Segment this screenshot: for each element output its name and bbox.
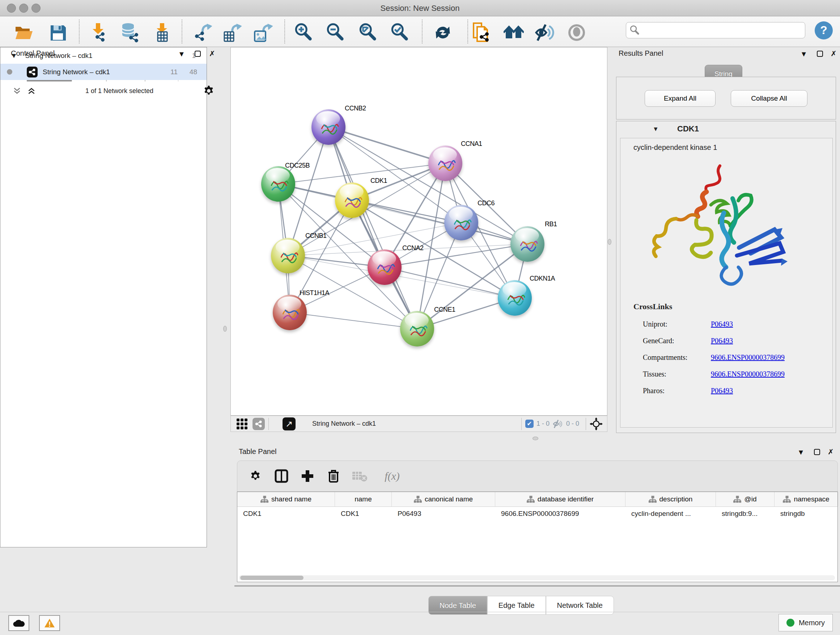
table-panel-close-icon[interactable]: ✗ — [828, 448, 834, 456]
column-header-database-identifier[interactable]: database identifier — [495, 492, 625, 507]
crosslink-link[interactable]: P06493 — [711, 337, 733, 345]
cloud-button[interactable] — [8, 615, 29, 631]
search-input[interactable] — [640, 27, 796, 35]
table-settings-gear-icon[interactable] — [248, 468, 264, 484]
network-tree-root-row[interactable]: ▼ String Network – cdk1 1 — [0, 48, 207, 64]
node-cdkn1a[interactable] — [498, 280, 532, 316]
entry-expander-icon[interactable]: ▼ — [653, 126, 659, 133]
hidden-count: 0 - 0 — [566, 420, 579, 428]
column-header--id[interactable]: @id — [716, 492, 775, 507]
import-network-database-button[interactable] — [119, 22, 140, 43]
crosslink-link[interactable]: P06493 — [711, 320, 733, 328]
network-options-gear-icon[interactable] — [202, 85, 215, 97]
node-ccna1[interactable] — [428, 146, 462, 181]
network-canvas[interactable]: CCNB2CCNA1CDC25BCDK1CDC6RB1CCNB1CCNA2CDK… — [231, 47, 607, 416]
crosslink-link[interactable]: P06493 — [711, 386, 733, 395]
edge[interactable] — [328, 127, 445, 163]
birds-eye-view-button[interactable]: ↗ — [283, 417, 295, 431]
node-cdc25b[interactable] — [261, 166, 295, 202]
collapse-all-button[interactable]: Collapse All — [731, 90, 807, 107]
column-header-canonical-name[interactable]: canonical name — [392, 492, 495, 507]
zoom-in-button[interactable] — [294, 22, 314, 43]
table-panel-float-icon[interactable] — [814, 449, 820, 456]
node-label-ccna2: CCNA2 — [402, 244, 424, 252]
node-hist1h1a[interactable] — [273, 295, 307, 330]
table-cell[interactable]: P06493 — [392, 507, 495, 521]
toolbar-search[interactable] — [626, 22, 805, 38]
table-row[interactable]: CDK1CDK1P064939606.ENSP00000378699cyclin… — [237, 507, 837, 521]
table-cell[interactable]: 9606.ENSP00000378699 — [495, 507, 625, 521]
control-panel-close-icon[interactable]: ✗ — [209, 49, 215, 58]
entry-gene-name: CDK1 — [677, 124, 699, 134]
main-toolbar: ? — [0, 17, 840, 47]
table-cell[interactable]: stringdb:9... — [716, 507, 775, 521]
help-button[interactable]: ? — [815, 21, 833, 40]
crosslink-link[interactable]: 9606.ENSP00000378699 — [711, 370, 785, 378]
export-table-button[interactable] — [222, 22, 242, 43]
node-cdk1[interactable] — [335, 182, 369, 218]
entry-description: cyclin-dependent kinase 1 — [633, 143, 717, 152]
save-session-button[interactable] — [48, 22, 68, 43]
memory-button[interactable]: Memory — [778, 614, 833, 631]
edge-count: 48 — [189, 68, 197, 76]
import-table-button[interactable] — [152, 22, 172, 43]
status-bar: Memory — [0, 612, 840, 635]
crosslink-link[interactable]: 9606.ENSP00000378699 — [711, 353, 785, 362]
node-ccnb2[interactable] — [311, 109, 346, 145]
node-ccna2[interactable] — [368, 249, 401, 285]
tree-expander-icon[interactable]: ▼ — [11, 52, 17, 60]
table-cell[interactable]: cyclin-dependent ... — [625, 507, 716, 521]
results-panel-close-icon[interactable]: ✗ — [831, 49, 837, 58]
collapse-all-icon[interactable] — [12, 86, 22, 96]
hide-unhide-icon[interactable] — [535, 22, 555, 43]
left-splitter-handle[interactable] — [223, 326, 227, 332]
table-horizontal-scrollbar[interactable] — [239, 575, 835, 580]
node-ccne1[interactable] — [400, 311, 434, 347]
results-panel-collapse-icon[interactable]: ▼ — [800, 50, 807, 58]
create-column-plus-icon[interactable] — [300, 468, 316, 484]
right-splitter-handle[interactable] — [608, 239, 611, 245]
collection-count: 1 — [192, 52, 196, 60]
export-network-button[interactable] — [193, 22, 213, 43]
crosslink-row: Tissues:9606.ENSP00000378699 — [643, 366, 824, 382]
column-header-name[interactable]: name — [335, 492, 392, 507]
home-pages-icon[interactable] — [504, 22, 524, 43]
open-session-button[interactable] — [14, 22, 34, 43]
control-panel: Control Panel ▼ ✗ NetworkStyleSelectSets… — [0, 47, 228, 612]
column-header-namespace[interactable]: namespace — [775, 492, 838, 507]
zoom-fit-button[interactable] — [358, 22, 378, 43]
refresh-layout-button[interactable] — [433, 22, 453, 43]
results-panel-float-icon[interactable] — [817, 51, 823, 58]
expand-all-icon[interactable] — [27, 86, 36, 96]
network-share-icon[interactable] — [253, 418, 265, 430]
edge[interactable] — [328, 127, 417, 329]
edge[interactable] — [385, 267, 515, 298]
show-disabled-icon — [567, 22, 587, 43]
node-ccnb1[interactable] — [271, 238, 305, 273]
column-header-shared-name[interactable]: shared name — [237, 492, 335, 507]
node-cdc6[interactable] — [444, 205, 478, 241]
import-network-file-button[interactable] — [88, 22, 109, 43]
edge[interactable] — [290, 312, 417, 329]
delete-column-trash-icon[interactable] — [325, 468, 341, 484]
selected-count: 1 - 0 — [537, 420, 549, 428]
zoom-out-button[interactable] — [325, 22, 346, 43]
warning-button[interactable] — [39, 615, 60, 631]
network-tree-child-row[interactable]: String Network – cdk1 11 48 — [0, 64, 207, 80]
horizontal-splitter-handle[interactable] — [532, 437, 538, 440]
expand-all-button[interactable]: Expand All — [645, 90, 715, 107]
node-rb1[interactable] — [510, 226, 545, 262]
grid-view-icon[interactable] — [237, 418, 248, 429]
export-image-button[interactable] — [253, 22, 273, 43]
table-cell[interactable]: CDK1 — [237, 507, 335, 521]
table-cell[interactable]: CDK1 — [335, 507, 392, 521]
table-cell[interactable]: stringdb — [775, 507, 838, 521]
selected-checkbox-icon[interactable]: ✔ — [525, 420, 534, 428]
fit-selected-crosshair-icon[interactable] — [590, 417, 603, 431]
column-header-description[interactable]: description — [625, 492, 716, 507]
clone-network-button[interactable] — [471, 22, 491, 43]
table-panel-collapse-icon[interactable]: ▼ — [797, 448, 805, 456]
show-columns-icon[interactable] — [273, 468, 289, 484]
scrollbar-thumb[interactable] — [240, 576, 303, 580]
zoom-selected-button[interactable] — [390, 22, 410, 43]
